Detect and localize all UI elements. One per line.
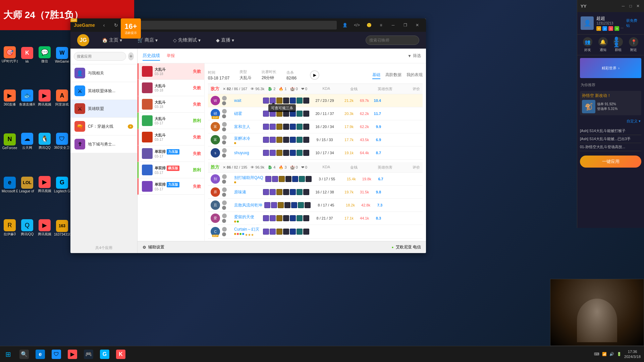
ally-4-name[interactable]: 爱留的天使: [234, 214, 261, 223]
taskbar-g[interactable]: G: [97, 346, 113, 362]
nav-icon-code[interactable]: </>: [352, 21, 362, 29]
match-item-7[interactable]: SVP 单双排 力压版 03-17 失败: [138, 178, 204, 195]
match-item-3[interactable]: 大乱斗 03-17 胜利: [138, 113, 204, 129]
yy-customize-btn[interactable]: 自定义 ▾: [577, 117, 644, 125]
player-5-name[interactable]: shuyuxg: [234, 150, 261, 155]
tab-history[interactable]: 历史战绩: [143, 51, 160, 61]
yy-action-notify[interactable]: 🔔 通知: [598, 37, 608, 52]
nav-icon-avatar[interactable]: 🙂: [364, 21, 374, 29]
sidebar-item-dungeon[interactable]: 🗡 地下城与勇士...: [70, 135, 137, 153]
yy-recharge-btn[interactable]: 获免费钻: [626, 18, 641, 28]
tab-my-performance[interactable]: 我的表现: [407, 71, 423, 79]
sidebar-add-button[interactable]: +: [128, 52, 134, 60]
filter-button[interactable]: ▼ 筛选: [408, 53, 421, 59]
yy-banner[interactable]: 精彩世界 ›: [580, 58, 641, 78]
desktop-icon-logitech[interactable]: G Logitech G HUB: [54, 175, 70, 195]
desktop-icon-kk[interactable]: K kk: [19, 45, 35, 65]
yy-action-friends[interactable]: 👥 好友: [583, 37, 592, 52]
sidebar-item-lol[interactable]: ⚔ 英雄联盟: [70, 100, 137, 118]
ally-1-name[interactable]: 别打辅助拜QAQ: [234, 175, 263, 183]
sidebar-item-lol-exp[interactable]: ⚔ 英雄联盟体验...: [70, 82, 137, 100]
refresh-button[interactable]: ↻: [111, 20, 121, 30]
tab-advanced[interactable]: 高阶数据: [385, 71, 401, 79]
match-item-2[interactable]: 大乱斗 03-18 失败: [138, 96, 204, 113]
taskbar-search[interactable]: 🔍: [16, 346, 32, 362]
search-input[interactable]: [366, 36, 419, 45]
settings-button[interactable]: ⚙ 辅助设置: [143, 244, 164, 250]
menu-button[interactable]: ≡: [376, 21, 386, 29]
yy-ad-0[interactable]: [Ash] S14大乱斗能被打猴子: [580, 127, 641, 135]
match-item-6[interactable]: SVP 单双排 碾压版 03-17 胜利: [138, 162, 204, 178]
desktop-icon-tx2[interactable]: ▶ 腾讯视频: [37, 175, 53, 195]
ally-2-items: [263, 189, 309, 195]
yy-action-nearby[interactable]: 📍 附近: [629, 37, 638, 52]
chevron-icon: ▾: [198, 38, 201, 43]
match-tabs: 基础 高阶数据 我的表现: [372, 71, 423, 79]
player-3-rating: 9.9: [371, 125, 381, 129]
taskbar-360[interactable]: 🛡: [48, 346, 64, 362]
player-wait-name[interactable]: wait: [234, 98, 261, 103]
desktop-icon-num[interactable]: 163 163734316...: [54, 218, 70, 238]
ally-3-kda: 8 / 17 / 45: [313, 203, 339, 207]
yy-ads: [Ash] S14大乱斗能被打猴子 [Ash] S14大乱斗能被...已出3手 …: [577, 125, 644, 153]
taskbar-kk[interactable]: K: [113, 346, 129, 362]
yy-apply-button[interactable]: 一键应用: [580, 156, 641, 168]
desktop-icon-360live[interactable]: ▶ 360直播: [2, 88, 18, 108]
nav-beta[interactable]: ◇ 先锋测试 ▾: [170, 36, 203, 45]
ally-2-name[interactable]: 原味液: [234, 189, 261, 195]
yy-restore[interactable]: □: [628, 3, 633, 9]
desktop-icon-yuntian[interactable]: ☁ 云天网: [19, 131, 35, 152]
desktop-icon-lol[interactable]: LOL League of Legends: [19, 175, 35, 195]
start-button[interactable]: ⊞: [0, 346, 16, 362]
minimize-button[interactable]: ─: [388, 21, 398, 29]
taskbar-media[interactable]: ▶: [64, 346, 80, 362]
desktop-icon-wegame[interactable]: W WeGame: [54, 45, 70, 65]
address-bar[interactable]: [123, 21, 337, 29]
player-wait-items: [263, 98, 309, 104]
yy-ad-2[interactable]: 01-孙悟空大乱斗登场高技...: [580, 143, 641, 151]
player-4-dots: [234, 142, 261, 144]
match-item-4[interactable]: 大乱斗 03-17 失败: [138, 129, 204, 145]
desktop-icon-geforce[interactable]: N GeForcee: [2, 131, 18, 152]
tab-report[interactable]: 举报: [167, 53, 175, 59]
back-button[interactable]: ‹: [99, 20, 109, 30]
match-item-0[interactable]: 大乱斗 03-18 失败: [138, 63, 204, 80]
match-item-5[interactable]: SVP 单双排 力压版 03-17 失败: [138, 145, 204, 162]
nav-icon-user[interactable]: 👤: [339, 21, 350, 29]
sidebar-item-related[interactable]: 👤 与我相关: [70, 64, 137, 82]
desktop-icon-qq[interactable]: 🐧 腾讯QQ: [37, 131, 53, 152]
enemy-obj: ❤ 0: [301, 87, 307, 91]
desktop-icon-tengxun[interactable]: ▶ 腾讯视频: [37, 88, 53, 108]
sidebar-item-cf[interactable]: 🔫 CF：穿越火线 +: [70, 118, 137, 135]
desktop-icon-uplay[interactable]: 🎯 UP时代平台: [2, 45, 18, 65]
desktop-icon-tx3[interactable]: ▶ 腾讯视频: [37, 218, 53, 238]
taskbar-game[interactable]: 🎮: [80, 346, 97, 362]
match-item-1[interactable]: 大乱斗 03-18 失败: [138, 80, 204, 96]
yy-action-group[interactable]: 👤👤 群组: [613, 37, 623, 52]
desktop-icon-360[interactable]: 🛡 360安全卫士: [54, 131, 70, 152]
sidebar-search-input[interactable]: [74, 52, 126, 61]
video-play-button[interactable]: ▶: [310, 70, 319, 80]
sidebar-spacer: [70, 153, 137, 243]
yy-close[interactable]: ✕: [635, 3, 641, 9]
player-3-name[interactable]: 富和主人: [234, 124, 261, 130]
yy-minimize[interactable]: ─: [621, 3, 626, 9]
player-2-name[interactable]: 硝霍: [234, 111, 261, 117]
desktop-icon-ali[interactable]: A 阿里游戏: [54, 88, 70, 108]
desktop-icon-iqq[interactable]: Q 腾讯IQQ: [19, 218, 35, 238]
desktop-icon-fish[interactable]: 🐟 鱼塘直播间: [19, 88, 35, 108]
tab-basic[interactable]: 基础: [372, 71, 380, 79]
taskbar-edge[interactable]: e: [32, 346, 48, 362]
desktop-icon-edge[interactable]: e Microsoft Edge: [2, 175, 18, 195]
player-4-name[interactable]: 富醉冰冷: [234, 136, 261, 144]
desktop-icon-wechat[interactable]: 💬 微信: [37, 45, 53, 65]
desktop-icon-raihe[interactable]: R 拉伊赫3: [2, 218, 18, 238]
nav-live[interactable]: ◆ 直播 ▾: [213, 36, 237, 45]
curtain-name[interactable]: Curtain～幻灭 ★★★: [234, 227, 261, 237]
close-button[interactable]: ✕: [412, 21, 423, 29]
player-3-kda: 16 / 20 / 34: [311, 125, 338, 129]
ally-3-name[interactable]: 且散风流何乾坤: [234, 202, 262, 208]
yy-ad-1[interactable]: [Ash] S14大乱斗能被...已出3手: [580, 135, 641, 143]
restore-button[interactable]: ❐: [400, 21, 411, 29]
ally-4-dots: [234, 221, 261, 223]
